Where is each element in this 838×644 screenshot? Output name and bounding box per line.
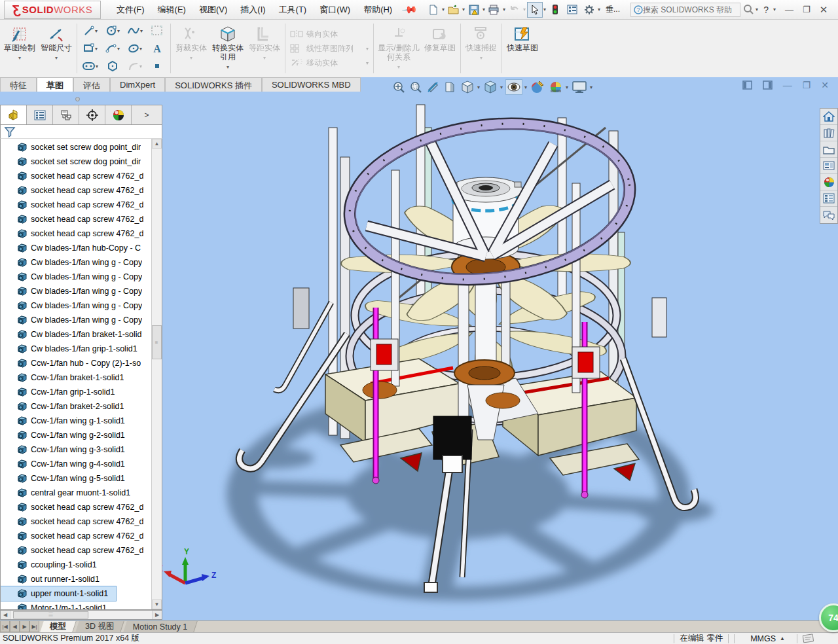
apply-scene-button[interactable] [548, 79, 564, 95]
rotate-view-button[interactable] [443, 80, 457, 94]
dropdown-arrow[interactable]: ▾ [773, 7, 776, 12]
dropdown-arrow[interactable]: ▾ [442, 7, 445, 12]
dropdown-arrow[interactable]: ▾ [117, 46, 120, 52]
tree-item[interactable]: Ccw-1/fan braket-2-solid1 [1, 399, 151, 414]
help-search-box[interactable]: ? [630, 3, 740, 17]
doc-restore-button[interactable]: ❐ [803, 80, 811, 90]
displaymanager-tab[interactable] [105, 105, 132, 124]
forum-tab[interactable] [820, 207, 837, 223]
dropdown-arrow[interactable]: ▾ [117, 28, 120, 34]
sketch-button[interactable]: 草图绘制 ▾ [1, 21, 38, 76]
view-palette-tab[interactable] [820, 158, 837, 174]
design-library-tab[interactable] [820, 125, 837, 141]
tree-item[interactable]: socket head cap screw 4762_d [1, 183, 151, 198]
scrollbar-thumb[interactable]: ≡ [152, 325, 162, 359]
point-tool[interactable] [146, 58, 168, 75]
home-resources-tab[interactable] [820, 109, 837, 125]
status-units[interactable]: MMGS [750, 634, 776, 643]
tree-item[interactable]: socket head cap screw 4762_d [1, 529, 151, 543]
open-button[interactable] [446, 2, 462, 18]
study-tab[interactable]: 模型 [40, 621, 77, 632]
tree-item[interactable]: Cw blades-1/fan wing g - Copy [1, 255, 151, 270]
command-tab[interactable]: 草图 [37, 77, 73, 92]
display-style-button[interactable] [483, 79, 498, 95]
tree-item[interactable]: socket head cap screw 4762_d [1, 514, 151, 529]
text-tool[interactable]: A [146, 40, 168, 58]
restore-button[interactable]: ❐ [803, 5, 811, 14]
dropdown-arrow[interactable]: ▾ [477, 84, 480, 90]
propertymanager-tab[interactable] [27, 105, 53, 124]
tree-item[interactable]: Ccw-1/fan hub - Copy (2)-1-so [1, 356, 151, 370]
tree-item[interactable]: socket head cap screw 4762_d [1, 500, 151, 514]
tree-item[interactable]: socket head cap screw 4762_d [1, 198, 151, 212]
dropdown-arrow[interactable]: ▾ [95, 28, 98, 34]
display-relations-button[interactable]: 显示/删除几何关系 ▾ [376, 21, 422, 76]
minimize-button[interactable]: — [785, 5, 793, 14]
edit-appearance-button[interactable] [530, 79, 545, 95]
tag-stamp-icon[interactable] [803, 634, 816, 643]
move-entities-button[interactable]: 移动实体 ▾ [287, 57, 371, 69]
tree-item[interactable]: socket head cap screw 4762_d [1, 543, 151, 558]
options-button[interactable] [581, 2, 597, 18]
tree-item[interactable]: Cw blades-1/fan wing g - Copy [1, 313, 151, 327]
configurationmanager-tab[interactable] [53, 105, 79, 124]
menu-item[interactable]: 编辑(E) [151, 1, 192, 18]
line-tool[interactable]: ▾ [79, 22, 101, 40]
search-input[interactable] [643, 5, 735, 14]
dropdown-arrow[interactable]: ▾ [139, 46, 142, 52]
vertical-dimension-button[interactable]: 垂... [602, 2, 624, 18]
tree-item[interactable]: Ccw-1/fan braket-1-solid1 [1, 370, 151, 385]
dropdown-arrow[interactable]: ▾ [18, 54, 21, 63]
search-magnifier-icon[interactable] [740, 2, 756, 18]
rectangle-tool[interactable]: ▾ [79, 40, 101, 58]
dropdown-arrow[interactable]: ▾ [227, 63, 229, 72]
dropdown-arrow[interactable]: ▾ [503, 7, 505, 12]
tree-item[interactable]: socket head cap screw 4762_d [1, 169, 151, 183]
custom-properties-tab[interactable] [820, 190, 837, 207]
tree-item[interactable]: Ccw-1/fan wing g-1-solid1 [1, 414, 151, 428]
file-explorer-tab[interactable] [820, 141, 837, 158]
units-dropdown-arrow[interactable]: ▲ [780, 635, 785, 641]
tree-vertical-scrollbar[interactable]: ▲ ≡ ▼ [151, 139, 162, 609]
panel-resize-grip[interactable] [75, 97, 80, 101]
tree-item[interactable]: socket head cap screw 4762_d [1, 212, 151, 226]
tree-item[interactable]: Motor-1/m-1-1-solid1 [1, 601, 151, 609]
dimxpertmanager-tab[interactable] [79, 105, 105, 124]
dropdown-arrow[interactable]: ▾ [139, 63, 142, 69]
zoom-area-button[interactable] [409, 80, 423, 94]
new-document-button[interactable] [426, 2, 441, 18]
mirror-entities-button[interactable]: 镜向实体 [287, 28, 371, 41]
circle-tool[interactable]: ▾ [101, 22, 124, 40]
command-tab[interactable]: 评估 [73, 77, 110, 92]
tree-item[interactable]: socket set screw dog point_dir [1, 140, 151, 154]
fillet-tool[interactable]: ▾ [124, 58, 146, 75]
tree-item[interactable]: out runner-1-solid1 [1, 572, 151, 586]
hide-show-items-button[interactable] [505, 79, 522, 95]
smart-dimension-button[interactable]: 智能尺寸 ▾ [38, 21, 75, 76]
menu-item[interactable]: 工具(T) [272, 1, 314, 18]
command-tab[interactable]: 特征 [0, 77, 37, 92]
tree-item[interactable]: central gear muont-1-solid1 [1, 486, 151, 500]
tab-nav-first[interactable]: |◀ [0, 621, 10, 632]
pane-right-icon[interactable] [763, 80, 773, 90]
command-tab[interactable]: SOLIDWORKS MBD [262, 77, 361, 92]
command-tab[interactable]: SOLIDWORKS 插件 [165, 77, 262, 92]
help-button[interactable]: ? [758, 2, 774, 18]
doc-minimize-button[interactable]: — [783, 80, 792, 90]
tab-nav-prev[interactable]: ◀ [10, 621, 20, 632]
select-tool-button[interactable] [527, 2, 543, 18]
dropdown-arrow[interactable]: ▾ [480, 54, 483, 63]
arc-tool[interactable]: ▾ [101, 40, 124, 58]
dropdown-arrow[interactable]: ▾ [190, 54, 192, 63]
dropdown-arrow[interactable]: ▾ [523, 7, 526, 12]
scroll-right-arrow[interactable]: ▶ [152, 611, 162, 619]
dropdown-arrow[interactable]: ▾ [366, 60, 369, 66]
menu-item[interactable]: 文件(F) [110, 1, 151, 18]
spline-tool[interactable]: ▾ [124, 22, 146, 40]
tree-item[interactable]: Ccw-1/fan wing g-2-solid1 [1, 428, 151, 442]
dropdown-arrow[interactable]: ▾ [566, 84, 568, 90]
polygon-tool[interactable] [101, 58, 124, 75]
undo-button[interactable] [507, 2, 522, 18]
panel-tabs-overflow[interactable]: > [132, 105, 162, 124]
dropdown-arrow[interactable]: ▾ [95, 46, 98, 52]
